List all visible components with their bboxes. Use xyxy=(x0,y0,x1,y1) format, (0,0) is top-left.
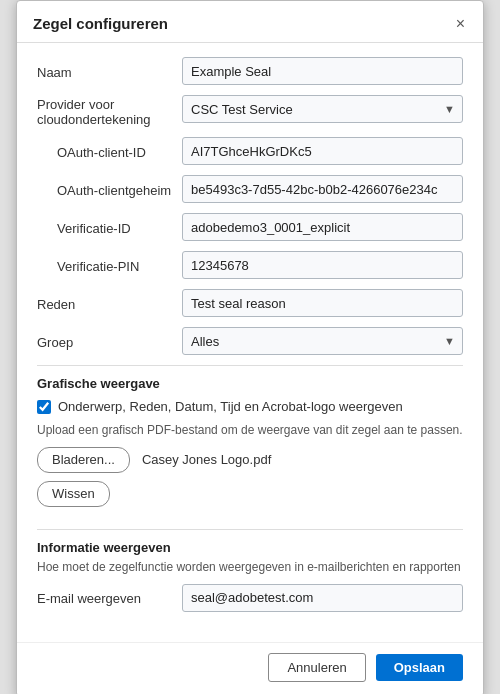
oauth-client-id-input[interactable] xyxy=(182,137,463,165)
cancel-button[interactable]: Annuleren xyxy=(268,653,365,682)
oauth-client-geheim-row: OAuth-clientgeheim xyxy=(37,175,463,203)
groep-select-wrapper: Alles Andere ▼ xyxy=(182,327,463,355)
wissen-button[interactable]: Wissen xyxy=(37,481,110,507)
verificatie-pin-row: Verificatie-PIN xyxy=(37,251,463,279)
reden-row: Reden xyxy=(37,289,463,317)
provider-select[interactable]: CSC Test Service Other xyxy=(182,95,463,123)
verificatie-pin-label: Verificatie-PIN xyxy=(37,257,182,274)
email-input[interactable] xyxy=(182,584,463,612)
dialog-title: Zegel configureren xyxy=(33,15,168,32)
naam-input[interactable] xyxy=(182,57,463,85)
oauth-client-id-label: OAuth-client-ID xyxy=(37,143,182,160)
naam-label: Naam xyxy=(37,63,182,80)
weergave-checkbox[interactable] xyxy=(37,400,51,414)
upload-hint: Upload een grafisch PDF-bestand om de we… xyxy=(37,422,463,439)
close-button[interactable]: × xyxy=(454,16,467,32)
dialog-footer: Annuleren Opslaan xyxy=(17,642,483,694)
verificatie-pin-input[interactable] xyxy=(182,251,463,279)
provider-row: Provider voor cloudondertekening CSC Tes… xyxy=(37,95,463,127)
provider-select-wrapper: CSC Test Service Other ▼ xyxy=(182,95,463,123)
reden-input[interactable] xyxy=(182,289,463,317)
verificatie-id-input[interactable] xyxy=(182,213,463,241)
oauth-client-id-row: OAuth-client-ID xyxy=(37,137,463,165)
oauth-client-geheim-input[interactable] xyxy=(182,175,463,203)
reden-label: Reden xyxy=(37,295,182,312)
bladeren-button[interactable]: Bladeren... xyxy=(37,447,130,473)
groep-select[interactable]: Alles Andere xyxy=(182,327,463,355)
dialog-body: Naam Provider voor cloudondertekening CS… xyxy=(17,43,483,636)
divider-2 xyxy=(37,529,463,530)
weergave-checkbox-label[interactable]: Onderwerp, Reden, Datum, Tijd en Acrobat… xyxy=(58,399,403,414)
verificatie-id-row: Verificatie-ID xyxy=(37,213,463,241)
verificatie-id-label: Verificatie-ID xyxy=(37,219,182,236)
email-label: E-mail weergeven xyxy=(37,589,182,606)
oauth-client-geheim-label: OAuth-clientgeheim xyxy=(37,181,182,198)
informatie-weergeven-title: Informatie weergeven xyxy=(37,540,463,555)
checkbox-row: Onderwerp, Reden, Datum, Tijd en Acrobat… xyxy=(37,399,463,414)
email-row: E-mail weergeven xyxy=(37,584,463,612)
groep-row: Groep Alles Andere ▼ xyxy=(37,327,463,355)
naam-row: Naam xyxy=(37,57,463,85)
file-name-label: Casey Jones Logo.pdf xyxy=(142,452,271,467)
groep-label: Groep xyxy=(37,333,182,350)
upload-row: Bladeren... Casey Jones Logo.pdf xyxy=(37,447,463,473)
grafische-weergave-title: Grafische weergave xyxy=(37,376,463,391)
provider-label: Provider voor cloudondertekening xyxy=(37,95,182,127)
divider-1 xyxy=(37,365,463,366)
informatie-hint: Hoe moet de zegelfunctie worden weergege… xyxy=(37,559,463,576)
save-button[interactable]: Opslaan xyxy=(376,654,463,681)
dialog: Zegel configureren × Naam Provider voor … xyxy=(16,0,484,694)
dialog-header: Zegel configureren × xyxy=(17,1,483,43)
